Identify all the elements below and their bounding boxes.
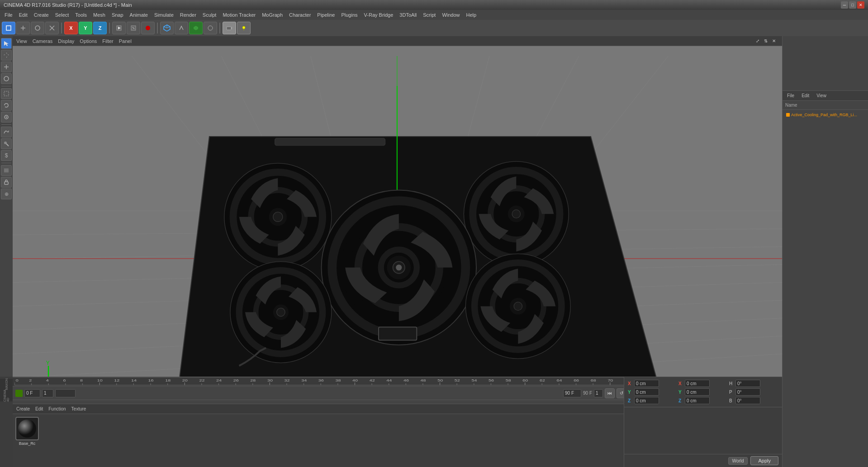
menu-render[interactable]: Render — [177, 11, 199, 19]
vp-menu-display[interactable]: Display — [58, 38, 74, 44]
coord-z-pos-input[interactable] — [634, 397, 659, 404]
menu-pipeline[interactable]: Pipeline — [314, 11, 337, 19]
menu-script[interactable]: Script — [420, 11, 438, 19]
menu-sculpt[interactable]: Sculpt — [200, 11, 219, 19]
coord-z2-input[interactable] — [685, 397, 710, 404]
svg-text:62: 62 — [540, 378, 545, 382]
apply-button[interactable]: Apply — [750, 456, 778, 465]
menu-mesh[interactable]: Mesh — [90, 11, 108, 19]
tool-lasso[interactable] — [1, 100, 12, 111]
frame-start-input[interactable] — [24, 389, 40, 397]
tool-spline[interactable] — [1, 127, 12, 137]
rp-tab-view[interactable]: View — [815, 92, 828, 99]
tool-layers[interactable] — [1, 165, 12, 176]
menu-3dtoall[interactable]: 3DToAll — [397, 11, 419, 19]
coord-y-pos-input[interactable] — [634, 388, 659, 396]
vp-maximize-icon[interactable]: ⤢ — [754, 38, 761, 45]
vp-menu-options[interactable]: Options — [80, 38, 97, 44]
maximize-button[interactable]: □ — [849, 1, 856, 9]
menu-help[interactable]: Help — [464, 11, 479, 19]
material-thumbnail[interactable] — [15, 417, 39, 440]
toolbar-cube[interactable] — [160, 22, 174, 34]
transport-start[interactable]: ⏮ — [605, 388, 615, 398]
vp-settings-icon[interactable]: ⇅ — [762, 38, 769, 45]
vp-menu-cameras[interactable]: Cameras — [33, 38, 53, 44]
menu-create[interactable]: Create — [31, 11, 52, 19]
viewport-canvas[interactable]: Perspective — [13, 46, 782, 377]
toolbar-scale[interactable] — [45, 22, 59, 34]
toolbar-rotate[interactable] — [31, 22, 44, 34]
obj-item-cooling[interactable]: Active_Cooling_Pad_with_RGB_Li... — [784, 112, 866, 118]
toolbar-x-mode[interactable]: X — [64, 22, 78, 34]
tool-lock[interactable] — [1, 177, 12, 188]
mat-menu-create[interactable]: Create — [16, 406, 30, 411]
toolbar-render[interactable] — [112, 22, 126, 34]
coord-h-input[interactable] — [735, 380, 760, 387]
vp-close-icon[interactable]: ✕ — [770, 38, 778, 45]
mat-menu-texture[interactable]: Texture — [71, 406, 86, 411]
menu-mograph[interactable]: MoGraph — [259, 11, 285, 19]
tool-paint[interactable] — [1, 138, 12, 149]
tool-move[interactable] — [1, 50, 12, 61]
svg-line-14 — [164, 27, 167, 28]
toolbar-sep-1 — [61, 23, 62, 33]
toolbar-nurbs[interactable] — [204, 22, 217, 34]
tool-magnet[interactable]: $ — [1, 150, 12, 161]
end-frame-input[interactable] — [563, 389, 581, 397]
coord-x2-input[interactable] — [685, 380, 710, 387]
menu-file[interactable]: File — [2, 11, 15, 19]
toolbar-add[interactable] — [16, 22, 30, 34]
tool-extra[interactable]: ⊕ — [1, 189, 12, 199]
toolbar-camera[interactable] — [223, 22, 236, 34]
toolbar-light[interactable] — [237, 22, 251, 34]
material-item[interactable]: Base_Rc — [15, 417, 39, 446]
toolbar-mode-object[interactable] — [2, 22, 15, 34]
coord-y2-input[interactable] — [685, 388, 710, 396]
minimize-button[interactable]: ─ — [841, 1, 848, 9]
menu-animate[interactable]: Animate — [127, 11, 151, 19]
coord-b-input[interactable] — [735, 397, 760, 404]
vp-menu-filter[interactable]: Filter — [102, 38, 113, 44]
coordinate-panel: X X H Y Y P Z Z — [624, 377, 782, 467]
mat-menu-edit[interactable]: Edit — [35, 406, 43, 411]
toolbar-y-mode[interactable]: Y — [79, 22, 92, 34]
menu-character[interactable]: Character — [286, 11, 313, 19]
svg-text:28: 28 — [250, 378, 256, 382]
toolbar-z-mode[interactable]: Z — [93, 22, 107, 34]
close-button[interactable]: ✕ — [857, 1, 864, 9]
coord-p-input[interactable] — [735, 388, 760, 396]
toolbar-pen[interactable] — [175, 22, 188, 34]
svg-text:10: 10 — [97, 378, 103, 382]
menu-snap[interactable]: Snap — [109, 11, 126, 19]
menu-simulate[interactable]: Simulate — [152, 11, 176, 19]
frame-label-input[interactable] — [55, 389, 76, 397]
toolbar-record[interactable] — [141, 22, 155, 34]
menu-edit[interactable]: Edit — [16, 11, 30, 19]
svg-point-10 — [146, 26, 150, 30]
coord-x-pos-input[interactable] — [634, 380, 659, 387]
rp-tab-file[interactable]: File — [785, 92, 796, 99]
tool-select[interactable] — [1, 38, 12, 49]
svg-rect-29 — [4, 91, 9, 96]
menu-tools[interactable]: Tools — [72, 11, 90, 19]
tool-scale[interactable] — [1, 61, 12, 72]
menu-motion-tracker[interactable]: Motion Tracker — [220, 11, 258, 19]
tool-rotate[interactable] — [1, 73, 12, 84]
left-tool-panel: $ ⊕ — [0, 36, 13, 377]
menu-select[interactable]: Select — [52, 11, 72, 19]
menu-vray[interactable]: V-Ray Bridge — [361, 11, 396, 19]
fps-input[interactable] — [594, 389, 603, 397]
mat-menu-function[interactable]: Function — [48, 406, 66, 411]
vp-menu-panel[interactable]: Panel — [119, 38, 132, 44]
menu-plugins[interactable]: Plugins — [338, 11, 360, 19]
menu-window[interactable]: Window — [439, 11, 462, 19]
world-button[interactable]: World — [728, 457, 748, 465]
current-frame-input[interactable] — [42, 389, 53, 397]
tool-box-sel[interactable] — [1, 88, 12, 99]
toolbar-poly[interactable] — [189, 22, 203, 34]
toolbar-render2[interactable] — [127, 22, 140, 34]
vp-menu-view[interactable]: View — [16, 38, 27, 44]
rp-tab-edit[interactable]: Edit — [800, 92, 811, 99]
svg-text:52: 52 — [455, 378, 460, 382]
tool-live-sel[interactable] — [1, 112, 12, 123]
